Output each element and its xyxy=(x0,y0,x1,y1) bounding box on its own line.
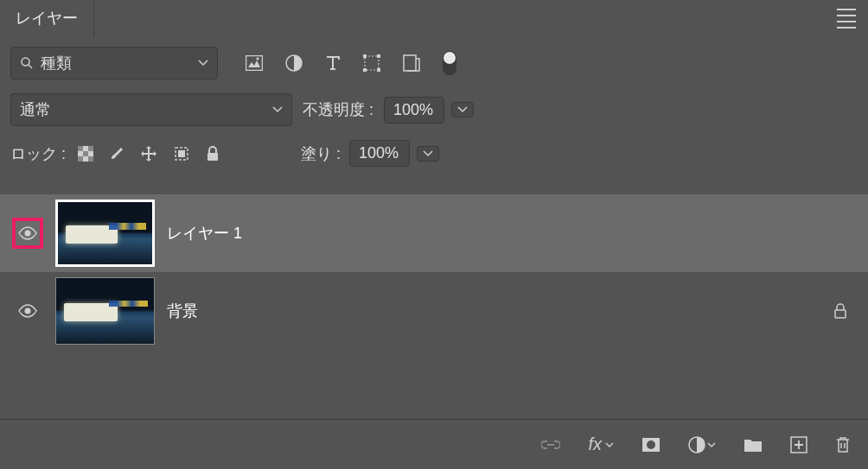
visibility-toggle[interactable] xyxy=(12,218,43,249)
svg-rect-15 xyxy=(78,156,83,162)
opacity-input[interactable]: 100% xyxy=(384,97,444,124)
svg-rect-13 xyxy=(88,146,93,151)
chevron-down-icon xyxy=(272,106,283,113)
filter-type-dropdown[interactable]: 種類 xyxy=(10,47,218,79)
svg-rect-10 xyxy=(404,55,416,71)
opacity-label: 不透明度 : xyxy=(303,99,373,120)
link-icon[interactable] xyxy=(541,440,560,450)
blend-mode-dropdown[interactable]: 通常 xyxy=(10,93,292,126)
svg-rect-2 xyxy=(246,56,263,71)
fx-icon[interactable]: fx xyxy=(588,434,614,454)
panel-title: レイヤー xyxy=(16,10,78,27)
opacity-dropdown-button[interactable] xyxy=(451,102,474,117)
filter-label: 種類 xyxy=(41,53,72,73)
svg-rect-7 xyxy=(377,54,380,58)
filter-toggle-switch[interactable] xyxy=(443,51,456,75)
svg-rect-9 xyxy=(377,68,380,72)
visibility-toggle[interactable] xyxy=(12,295,43,326)
layer-name[interactable]: 背景 xyxy=(167,301,821,321)
layer-row[interactable]: 背景 xyxy=(0,272,868,350)
lock-all-icon[interactable] xyxy=(206,146,220,162)
layers-list: レイヤー 1 背景 xyxy=(0,194,868,350)
panel-tab-layers[interactable]: レイヤー xyxy=(0,0,94,37)
svg-rect-19 xyxy=(207,153,218,161)
group-icon[interactable] xyxy=(744,437,763,453)
svg-point-3 xyxy=(257,58,259,60)
lock-icon xyxy=(833,303,847,319)
layer-row[interactable]: レイヤー 1 xyxy=(0,194,868,272)
adjustment-layer-icon[interactable] xyxy=(688,436,716,453)
shape-filter-icon[interactable] xyxy=(363,54,380,72)
panel-footer: fx xyxy=(0,419,868,469)
layer-name[interactable]: レイヤー 1 xyxy=(167,223,856,244)
svg-point-21 xyxy=(25,308,31,314)
type-filter-icon[interactable] xyxy=(325,55,341,71)
svg-rect-5 xyxy=(365,56,379,70)
lock-move-icon[interactable] xyxy=(140,145,157,162)
fill-label: 塗り : xyxy=(301,143,341,164)
chevron-down-icon xyxy=(423,150,433,157)
svg-point-0 xyxy=(22,58,29,66)
fill-input[interactable]: 100% xyxy=(349,140,410,167)
eye-icon xyxy=(17,304,38,318)
chevron-down-icon xyxy=(198,60,208,67)
layer-thumbnail[interactable] xyxy=(55,200,155,267)
lock-transparent-icon[interactable] xyxy=(78,146,93,162)
svg-line-1 xyxy=(29,65,32,68)
lock-label: ロック : xyxy=(10,143,66,164)
search-icon xyxy=(20,56,34,70)
svg-rect-18 xyxy=(178,150,185,157)
svg-rect-8 xyxy=(363,68,367,72)
svg-rect-12 xyxy=(78,146,83,151)
svg-point-24 xyxy=(647,440,655,449)
layer-thumbnail[interactable] xyxy=(55,277,155,345)
pixel-filter-icon[interactable] xyxy=(246,55,263,71)
smartobject-filter-icon[interactable] xyxy=(403,54,420,72)
fill-dropdown-button[interactable] xyxy=(417,146,439,162)
mask-icon[interactable] xyxy=(641,437,661,453)
lock-artboard-icon[interactable] xyxy=(173,145,190,162)
svg-point-20 xyxy=(25,231,31,237)
svg-rect-16 xyxy=(88,156,93,162)
lock-brush-icon[interactable] xyxy=(109,146,124,162)
eye-icon xyxy=(17,226,38,240)
svg-rect-14 xyxy=(83,151,88,156)
svg-rect-6 xyxy=(363,54,367,58)
blend-mode-value: 通常 xyxy=(20,99,51,120)
chevron-down-icon xyxy=(457,106,468,113)
adjustment-filter-icon[interactable] xyxy=(285,54,303,72)
panel-menu-icon[interactable] xyxy=(837,9,856,29)
delete-icon[interactable] xyxy=(835,436,851,453)
svg-rect-22 xyxy=(835,310,846,318)
new-layer-icon[interactable] xyxy=(790,436,807,453)
